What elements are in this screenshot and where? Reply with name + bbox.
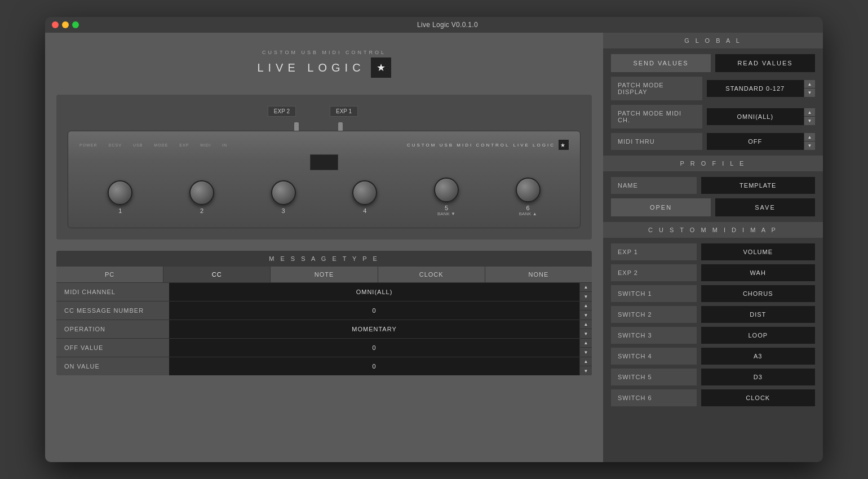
msg-type-note[interactable]: NOTE: [271, 267, 378, 282]
footswitch-6[interactable]: 6 BANK ▲: [516, 178, 541, 216]
profile-name-label: NAME: [611, 177, 697, 194]
midi-map-switch2-label: SWITCH 2: [611, 306, 697, 323]
window-title: Live Logic V0.0.1.0: [79, 21, 816, 29]
global-midi-thru-row: MIDI THRU OFF ▲ ▼: [611, 133, 815, 150]
footswitch-3-knob[interactable]: [271, 180, 296, 205]
footswitch-6-knob[interactable]: [516, 178, 541, 202]
param-arrow-down-midi-channel[interactable]: ▼: [579, 292, 592, 301]
brand-star: ★: [371, 57, 391, 78]
footswitch-1[interactable]: 1: [108, 180, 132, 214]
footswitch-1-knob[interactable]: [108, 180, 132, 205]
midi-map-switch2-value: DIST: [701, 306, 816, 323]
param-row-off-value: OFF VALUE 0 ▲ ▼: [56, 339, 592, 357]
param-arrow-up-cc-number[interactable]: ▲: [579, 301, 592, 311]
param-arrow-up-on-value[interactable]: ▲: [579, 357, 592, 366]
param-value-cc-number: 0: [169, 301, 579, 320]
global-patch-mode-midi-up[interactable]: ▲: [804, 108, 815, 117]
footswitch-3[interactable]: 3: [271, 180, 296, 214]
footswitch-2-knob[interactable]: [189, 180, 214, 205]
param-label-midi-channel: MIDI CHANNEL: [56, 283, 169, 301]
footswitch-4[interactable]: 4: [352, 180, 377, 214]
param-arrows-on-value: ▲ ▼: [579, 357, 592, 375]
message-type-buttons: PC CC NOTE CLOCK NONE: [56, 267, 592, 283]
global-section: SEND VALUES READ VALUES PATCH MODE DISPL…: [603, 48, 823, 156]
device-brand-text-sub: CUSTOM USB MIDI CONTROL: [407, 143, 510, 148]
param-arrow-up-midi-channel[interactable]: ▲: [579, 283, 592, 292]
param-row-operation: OPERATION MOMENTARY ▲ ▼: [56, 320, 592, 339]
midi-map-exp1-row: EXP 1 VOLUME: [611, 243, 815, 260]
midi-map-switch5-row: SWITCH 5 D3: [611, 369, 815, 385]
footswitch-6-bank: BANK ▲: [519, 211, 537, 216]
global-patch-mode-display-label: PATCH MODE DISPLAY: [611, 77, 702, 100]
msg-type-pc[interactable]: PC: [56, 267, 163, 282]
footswitch-4-knob[interactable]: [352, 180, 377, 205]
global-patch-mode-display-up[interactable]: ▲: [804, 80, 815, 88]
global-patch-mode-display-value-area: STANDARD 0-127 ▲ ▼: [707, 80, 816, 97]
param-value-off-value: 0: [169, 339, 579, 357]
footswitch-6-label: 6: [526, 205, 530, 211]
maximize-button[interactable]: [72, 21, 79, 28]
global-patch-mode-display-arrows: ▲ ▼: [804, 80, 815, 97]
read-values-button[interactable]: READ VALUES: [715, 54, 815, 72]
param-row-cc-number: CC MESSAGE NUMBER 0 ▲ ▼: [56, 301, 592, 320]
param-arrow-down-cc-number[interactable]: ▼: [579, 311, 592, 320]
global-midi-thru-up[interactable]: ▲: [804, 133, 815, 141]
param-value-midi-channel: OMNI(ALL): [169, 283, 579, 301]
brand-header: CUSTOM USB MIDI CONTROL LIVE LOGIC ★: [56, 44, 592, 83]
midi-map-switch5-value: D3: [701, 369, 816, 385]
param-label-off-value: OFF VALUE: [56, 339, 169, 357]
midi-map-exp2-label: EXP 2: [611, 264, 697, 281]
midi-map-section-header: C U S T O M M I D I M A P: [603, 222, 823, 238]
msg-type-none[interactable]: NONE: [485, 267, 592, 282]
midi-map-rows: EXP 1 VOLUME EXP 2 WAH SWITCH 1 CHORUS S…: [603, 238, 823, 412]
param-arrow-up-off-value[interactable]: ▲: [579, 339, 592, 348]
param-arrow-down-operation[interactable]: ▼: [579, 329, 592, 338]
footswitch-2[interactable]: 2: [189, 180, 214, 214]
footswitch-5-knob[interactable]: [434, 178, 459, 202]
footswitch-2-label: 2: [200, 207, 203, 214]
global-midi-thru-down[interactable]: ▼: [804, 141, 815, 150]
right-panel: G L O B A L SEND VALUES READ VALUES PATC…: [603, 33, 823, 462]
minimize-button[interactable]: [62, 21, 69, 28]
global-midi-thru-arrows: ▲ ▼: [804, 133, 815, 150]
footswitch-5-bank: BANK ▼: [437, 211, 455, 216]
param-arrows-cc-number: ▲ ▼: [579, 301, 592, 320]
device-label-power: POWER: [79, 143, 97, 147]
midi-map-switch1-value: CHORUS: [701, 285, 816, 302]
msg-type-cc[interactable]: CC: [163, 267, 271, 282]
global-patch-mode-display-value: STANDARD 0-127: [707, 80, 804, 97]
global-patch-mode-midi-down[interactable]: ▼: [804, 117, 815, 125]
send-values-button[interactable]: SEND VALUES: [611, 54, 711, 72]
param-value-on-value: 0: [169, 357, 579, 375]
msg-type-clock[interactable]: CLOCK: [378, 267, 485, 282]
footswitch-1-label: 1: [118, 207, 122, 214]
profile-section-header: P R O F I L E: [603, 156, 823, 171]
midi-map-exp1-label: EXP 1: [611, 243, 697, 260]
device-brand-star: ★: [559, 140, 569, 150]
device-label-mode: MODE: [154, 143, 168, 147]
param-arrow-up-operation[interactable]: ▲: [579, 320, 592, 329]
midi-map-switch3-value: LOOP: [701, 327, 816, 344]
midi-map-exp2-row: EXP 2 WAH: [611, 264, 815, 281]
global-btn-row: SEND VALUES READ VALUES: [611, 54, 815, 72]
global-patch-mode-midi-row: PATCH MODE MIDI CH. OMNI(ALL) ▲ ▼: [611, 105, 815, 128]
global-patch-mode-display-down[interactable]: ▼: [804, 88, 815, 97]
device-display: [310, 154, 338, 170]
left-panel: CUSTOM USB MIDI CONTROL LIVE LOGIC ★ EXP…: [45, 33, 603, 462]
open-button[interactable]: OPEN: [611, 198, 711, 216]
param-label-on-value: ON VALUE: [56, 357, 169, 375]
profile-section: NAME TEMPLATE OPEN SAVE: [603, 171, 823, 222]
midi-map-exp2-value: WAH: [701, 264, 816, 281]
profile-name-row: NAME TEMPLATE: [611, 177, 815, 194]
device-brand-small: CUSTOM USB MIDI CONTROL LIVE LOGIC ★: [407, 140, 569, 150]
param-arrows-midi-channel: ▲ ▼: [579, 283, 592, 301]
save-button[interactable]: SAVE: [715, 198, 815, 216]
app-window: Live Logic V0.0.1.0 CUSTOM USB MIDI CONT…: [45, 17, 823, 462]
footswitch-5[interactable]: 5 BANK ▼: [434, 178, 459, 216]
param-arrow-down-off-value[interactable]: ▼: [579, 348, 592, 357]
midi-map-switch3-row: SWITCH 3 LOOP: [611, 327, 815, 344]
close-button[interactable]: [52, 21, 59, 28]
brand-name: LIVE LOGIC: [257, 61, 365, 74]
param-arrow-down-on-value[interactable]: ▼: [579, 366, 592, 375]
param-value-area-on-value: 0 ▲ ▼: [169, 357, 592, 375]
